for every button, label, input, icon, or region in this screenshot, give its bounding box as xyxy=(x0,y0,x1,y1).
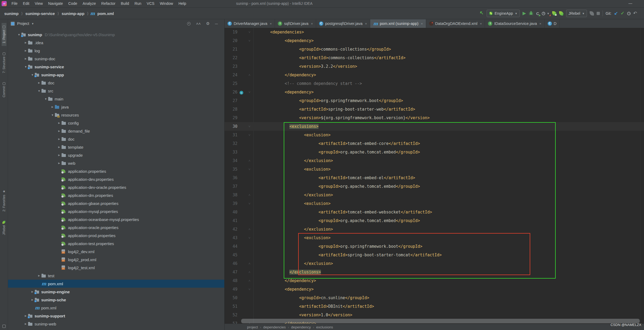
stripe-item-7-structure[interactable]: 7: Structure xyxy=(2,50,6,76)
menu-item-file[interactable]: File xyxy=(9,0,20,7)
fold-close-icon[interactable]: ˄ xyxy=(245,225,253,234)
chevron-right-icon[interactable]: ▶ xyxy=(57,138,62,140)
xml-breadcrumb-item-dependencies[interactable]: dependencies xyxy=(263,325,286,329)
code-line-33[interactable]: 33 <groupId>org.apache.tomcat.embed</gro… xyxy=(225,148,644,156)
code-line-28[interactable]: 28 <artifactId>spring-boot-starter-web</… xyxy=(225,105,644,114)
menu-item-view[interactable]: View xyxy=(32,0,46,7)
code-line-29[interactable]: 29 <version>${org.springframework.boot.v… xyxy=(225,114,644,122)
tab-d[interactable]: CD xyxy=(545,19,560,28)
code-line-37[interactable]: 37 <groupId>org.apache.tomcat.embed</gro… xyxy=(225,182,644,191)
profiler-button[interactable]: ▼ xyxy=(542,12,550,15)
code-line-35[interactable]: 35˅ <exclusion> xyxy=(225,165,644,174)
code-line-48[interactable]: 48˄ </dependency> xyxy=(225,276,644,285)
code-line-23[interactable]: 23 <version>3.2.2</version> xyxy=(225,62,644,71)
tab-drivermanager-java[interactable]: CDriverManager.java× xyxy=(225,19,275,28)
code-line-42[interactable]: 42˄ </exclusion> xyxy=(225,225,644,234)
run-configuration-select[interactable]: EngineApp▼ xyxy=(487,10,520,17)
close-icon[interactable]: × xyxy=(480,22,482,26)
tree-row-demand-file[interactable]: ▶demand_file xyxy=(8,127,224,135)
tree-row-sunimp-app[interactable]: ▼sunimp-app xyxy=(8,71,224,79)
chevron-down-icon[interactable]: ▼ xyxy=(31,22,34,25)
fold-close-icon[interactable]: ˄ xyxy=(245,71,253,79)
tree-row-sunimp-service[interactable]: ▼sunimp-service xyxy=(8,63,224,71)
project-panel-title[interactable]: Project xyxy=(17,21,29,26)
code-line-21[interactable]: 21 <groupId>commons-collections</groupId… xyxy=(225,45,644,54)
tree-row-doc[interactable]: ▶doc xyxy=(8,135,224,143)
fold-open-icon[interactable]: ˅ xyxy=(245,165,253,174)
chevron-down-icon[interactable]: ▼ xyxy=(37,89,41,92)
close-icon[interactable]: × xyxy=(311,22,313,26)
code-line-40[interactable]: 40 <artifactId>tomcat-embed-websocket</a… xyxy=(225,208,644,216)
code-line-46[interactable]: 46˄ </exclusion> xyxy=(225,259,644,268)
tree-row-web[interactable]: ▶web xyxy=(8,159,224,167)
tree-row-doc[interactable]: ▶doc xyxy=(8,79,224,87)
tab-dataorgdaoextend-xml[interactable]: DataOrgDAOExtend.xml× xyxy=(426,19,485,28)
menu-item-window[interactable]: Window xyxy=(157,0,176,7)
spring-gutter-icon[interactable]: ↻ xyxy=(240,91,243,95)
menu-item-navigate[interactable]: Navigate xyxy=(46,0,66,7)
code-line-45[interactable]: 45 <artifactId>spring-boot-starter-tomca… xyxy=(225,251,644,259)
stripe-item-1-project[interactable]: 1: Project xyxy=(2,23,6,46)
fold-open-icon[interactable]: ˅ xyxy=(245,234,253,242)
code-line-20[interactable]: 20˅ <dependency> xyxy=(225,36,644,45)
fold-close-icon[interactable]: ˄ xyxy=(245,276,253,285)
code-line-41[interactable]: 41 <groupId>org.apache.tomcat.embed</gro… xyxy=(225,216,644,225)
code-line-22[interactable]: 22 <artifactId>commons-collections</arti… xyxy=(225,54,644,62)
fold-open-icon[interactable]: ˅ xyxy=(245,131,253,139)
tree-row-src[interactable]: ▼src xyxy=(8,87,224,95)
editor[interactable]: 19˅ <dependencies>20˅ <dependency>21 <gr… xyxy=(225,28,644,324)
fold-open-icon[interactable]: ˅ xyxy=(245,36,253,45)
fold-open-icon[interactable]: ˅ xyxy=(245,199,253,208)
code-line-44[interactable]: 44 <groupId>org.springframework.boot</gr… xyxy=(225,242,644,251)
fold-close-icon[interactable]: ˄ xyxy=(245,191,253,199)
tree-row-application-test-properties[interactable]: application-test.properties xyxy=(8,239,224,248)
chevron-right-icon[interactable]: ▶ xyxy=(23,49,28,52)
stripe-item-2-favorites[interactable]: 2: Favorites★ xyxy=(2,187,6,214)
fold-open-icon[interactable]: ˅ xyxy=(245,122,253,131)
menu-item-edit[interactable]: Edit xyxy=(20,0,32,7)
menu-item-refactor[interactable]: Refactor xyxy=(99,0,118,7)
chevron-right-icon[interactable]: ▶ xyxy=(57,146,62,148)
tab-pom-xml-sunimp-app-[interactable]: mpom.xml (sunimp-app)× xyxy=(370,19,426,28)
chevron-down-icon[interactable]: ▼ xyxy=(50,114,55,117)
tree-row-upgrade[interactable]: ▶upgrade xyxy=(8,151,224,159)
stripe-item-jrebel[interactable]: JRebel xyxy=(2,218,6,238)
tree-row-application-mysql-properties[interactable]: application-mysql.properties xyxy=(8,207,224,215)
code-line-19[interactable]: 19˅ <dependencies> xyxy=(225,28,644,36)
chevron-right-icon[interactable]: ▶ xyxy=(50,106,55,108)
fold-close-icon[interactable]: ˄ xyxy=(245,156,253,165)
fold-close-icon[interactable]: ˄ xyxy=(245,268,253,276)
code-line-38[interactable]: 38˄ </exclusion> xyxy=(225,191,644,199)
tree-row-template[interactable]: ▶template xyxy=(8,143,224,151)
tree-row-java[interactable]: ▶java xyxy=(8,103,224,111)
code-line-50[interactable]: 50 <groupId>cn.sunline</groupId> xyxy=(225,294,644,302)
code-line-47[interactable]: 47˄ </exclusions> xyxy=(225,268,644,276)
menu-item-vcs[interactable]: VCS xyxy=(144,0,157,7)
code-line-36[interactable]: 36 <artifactId>tomcat-embed-el</artifact… xyxy=(225,174,644,182)
jrebel-select[interactable]: JRebel▼ xyxy=(566,10,587,17)
code-line-43[interactable]: 43˅ <exclusion> xyxy=(225,234,644,242)
git-update-button[interactable]: ↙ xyxy=(614,11,618,16)
tree-row-application-oracle-properties[interactable]: application-oracle.properties xyxy=(8,223,224,231)
git-commit-button[interactable]: ✓ xyxy=(621,11,624,16)
tree-row-pom-xml[interactable]: mpom.xml xyxy=(8,304,224,312)
tree-row-log[interactable]: ▶log xyxy=(8,47,224,55)
tab-idatasourceservice-java[interactable]: IIDataSourceService.java× xyxy=(485,19,544,28)
code-line-51[interactable]: 51 <artifactId>DBInit</artifactId> xyxy=(225,302,644,311)
tree-row-sunimp-sche[interactable]: ▶sunimp-sche xyxy=(8,296,224,304)
tree-row-sunimp-doc[interactable]: ▶sunimp-doc xyxy=(8,55,224,63)
horizontal-scrollbar[interactable] xyxy=(241,319,640,323)
menu-item-analyze[interactable]: Analyze xyxy=(80,0,99,7)
code-line-31[interactable]: 31˅ <exclusion> xyxy=(225,131,644,139)
chevron-right-icon[interactable]: ▶ xyxy=(57,154,62,156)
hide-panel-icon[interactable]: ─ xyxy=(215,21,218,26)
tree-row-sunimp-engine[interactable]: ▶sunimp-engine xyxy=(8,288,224,296)
chevron-down-icon[interactable]: ▼ xyxy=(43,98,48,100)
git-rollback-button[interactable]: ↶ xyxy=(633,11,637,16)
tree-row-application-dev-oracle-properties[interactable]: application-dev-oracle.properties xyxy=(8,183,224,191)
tree-row-main[interactable]: ▼main xyxy=(8,95,224,103)
tree-row-log4j2-dev-xml[interactable]: log4j2_dev.xml xyxy=(8,248,224,256)
tree-row-application-dm-properties[interactable]: application-dm.properties xyxy=(8,191,224,199)
chevron-right-icon[interactable]: ▶ xyxy=(57,130,62,132)
chevron-right-icon[interactable]: ▶ xyxy=(57,122,62,124)
